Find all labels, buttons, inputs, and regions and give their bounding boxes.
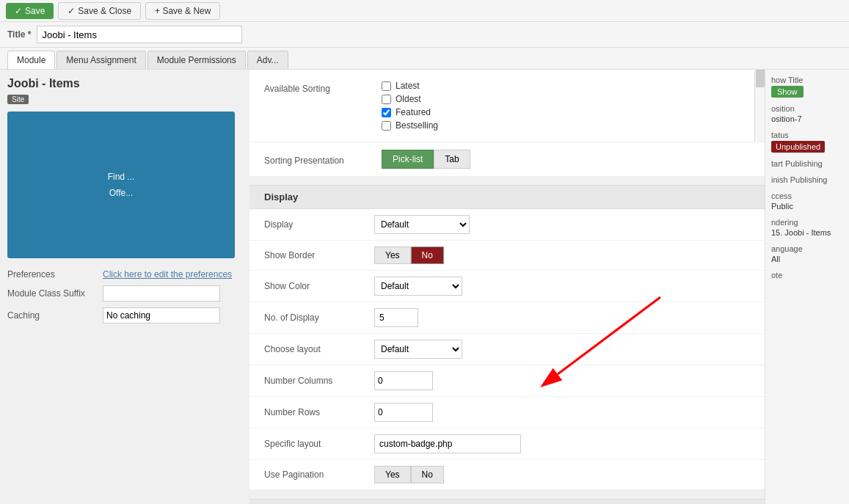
title-label: Title * <box>7 29 31 40</box>
use-pagination-control: Yes No <box>374 466 750 483</box>
language-sidebar-label: anguage <box>771 244 843 253</box>
checkbox-oldest[interactable]: Oldest <box>382 94 438 104</box>
sorting-section: Available Sorting Latest Oldest Featu <box>249 70 765 142</box>
save-close-button[interactable]: ✓ Save & Close <box>58 2 141 20</box>
available-sorting-label: Available Sorting <box>264 81 367 94</box>
specific-layout-row: Specific layout <box>249 428 765 460</box>
panel-title: Joobi - Items <box>7 77 242 90</box>
preview-sub-text: Offe... <box>109 188 133 198</box>
no-of-display-row: No. of Display <box>249 302 765 334</box>
specific-layout-control <box>374 434 750 453</box>
checkbox-featured[interactable]: Featured <box>382 107 438 117</box>
tab-button[interactable]: Tab <box>434 150 470 169</box>
save-label: Save <box>25 6 45 16</box>
preferences-label: Preferences <box>7 269 95 280</box>
show-border-no-button[interactable]: No <box>411 246 444 264</box>
module-class-suffix-label: Module Class Suffix <box>7 288 95 299</box>
display-label: Display <box>264 219 374 230</box>
sort-pres-label: Sorting Presentation <box>264 153 367 166</box>
caching-row: Caching <box>7 307 242 324</box>
number-columns-row: Number Columns <box>249 365 765 397</box>
picklist-button[interactable]: Pick-list <box>382 150 434 169</box>
note-sidebar-label: ote <box>771 271 843 280</box>
show-border-label: Show Border <box>264 250 374 260</box>
display-form: Display Default Show Border Yes No <box>249 209 765 490</box>
page-section-header: Page <box>249 499 765 504</box>
ordering-field: ndering 15. Joobi - Items <box>771 218 843 237</box>
preferences-link[interactable]: Click here to edit the preferences <box>103 269 232 280</box>
tab-menu-assignment[interactable]: Menu Assignment <box>57 51 145 69</box>
scrollbar-track <box>754 70 765 142</box>
panel-badge: Site <box>7 95 29 104</box>
choose-layout-select[interactable]: Default <box>374 340 462 359</box>
access-value: Public <box>771 202 843 211</box>
save-new-button[interactable]: + Save & New <box>145 2 220 20</box>
show-border-row: Show Border Yes No <box>249 241 765 271</box>
left-panel: Joobi - Items Site Find ... Offe... Pref… <box>0 70 249 504</box>
language-value: All <box>771 255 843 263</box>
show-border-yes-button[interactable]: Yes <box>374 246 411 264</box>
finish-publishing-field: inish Publishing <box>771 175 843 184</box>
title-input[interactable] <box>37 26 242 43</box>
checkbox-featured-input[interactable] <box>382 108 391 117</box>
choose-layout-row: Choose layout Default <box>249 334 765 365</box>
status-field: tatus Unpublished <box>771 131 843 152</box>
right-sidebar: how Title Show osition osition-7 tatus U… <box>765 70 849 504</box>
display-row: Display Default <box>249 209 765 241</box>
number-rows-label: Number Rows <box>264 407 374 417</box>
preferences-row: Preferences Click here to edit the prefe… <box>7 269 242 280</box>
caching-input[interactable] <box>103 307 220 324</box>
number-rows-input[interactable] <box>374 403 433 422</box>
preferences-section: Preferences Click here to edit the prefe… <box>7 269 242 324</box>
checkbox-latest[interactable]: Latest <box>382 81 438 91</box>
tab-module-permissions[interactable]: Module Permissions <box>147 51 246 69</box>
access-sidebar-label: ccess <box>771 191 843 200</box>
tab-advanced[interactable]: Adv... <box>247 51 288 69</box>
caching-label: Caching <box>7 310 95 321</box>
checkbox-bestselling[interactable]: Bestselling <box>382 120 438 131</box>
module-class-suffix-input[interactable] <box>103 285 220 302</box>
main-content-overlay: Available Sorting Latest Oldest Featu <box>249 70 765 504</box>
scroll-panel[interactable]: Available Sorting Latest Oldest Featu <box>249 70 765 504</box>
number-rows-row: Number Rows <box>249 397 765 428</box>
checkbox-bestselling-input[interactable] <box>382 121 391 131</box>
number-columns-label: Number Columns <box>264 376 374 386</box>
position-sidebar-label: osition <box>771 104 843 113</box>
checkbox-oldest-input[interactable] <box>382 95 391 104</box>
save-icon: ✓ <box>15 6 22 16</box>
show-title-field: how Title Show <box>771 76 843 97</box>
module-class-suffix-row: Module Class Suffix <box>7 285 242 302</box>
check-icon: ✓ <box>68 6 75 16</box>
no-of-display-input[interactable] <box>374 308 418 327</box>
modal-content: Available Sorting Latest Oldest Featu <box>249 70 765 504</box>
ordering-value: 15. Joobi - Items <box>771 228 843 237</box>
number-columns-control <box>374 371 750 390</box>
save-new-label: + Save & New <box>155 6 211 16</box>
access-field: ccess Public <box>771 191 843 211</box>
specific-layout-input[interactable] <box>374 434 521 453</box>
number-columns-input[interactable] <box>374 371 433 390</box>
tab-module[interactable]: Module <box>7 51 55 69</box>
checkbox-group: Latest Oldest Featured Bestselling <box>382 81 438 131</box>
preview-find-text: Find ... <box>108 172 135 182</box>
status-badge: Unpublished <box>771 141 825 153</box>
show-title-sidebar-label: how Title <box>771 76 843 84</box>
use-pagination-no-button[interactable]: No <box>411 466 444 483</box>
toggle-btn-group: Pick-list Tab <box>382 150 470 169</box>
specific-layout-label: Specific layout <box>264 439 374 449</box>
language-field: anguage All <box>771 244 843 263</box>
show-color-select[interactable]: Default <box>374 277 462 296</box>
display-select[interactable]: Default <box>374 215 470 234</box>
save-button[interactable]: ✓ Save <box>6 3 54 19</box>
save-close-label: Save & Close <box>78 6 131 16</box>
number-rows-control <box>374 403 750 422</box>
separator <box>249 176 765 185</box>
no-of-display-control <box>374 308 750 327</box>
scrollbar-thumb[interactable] <box>756 70 765 87</box>
show-color-label: Show Color <box>264 281 374 291</box>
note-field: ote <box>771 271 843 280</box>
checkbox-latest-input[interactable] <box>382 81 391 91</box>
preview-image: Find ... Offe... <box>7 112 235 258</box>
choose-layout-label: Choose layout <box>264 344 374 354</box>
use-pagination-yes-button[interactable]: Yes <box>374 466 411 483</box>
